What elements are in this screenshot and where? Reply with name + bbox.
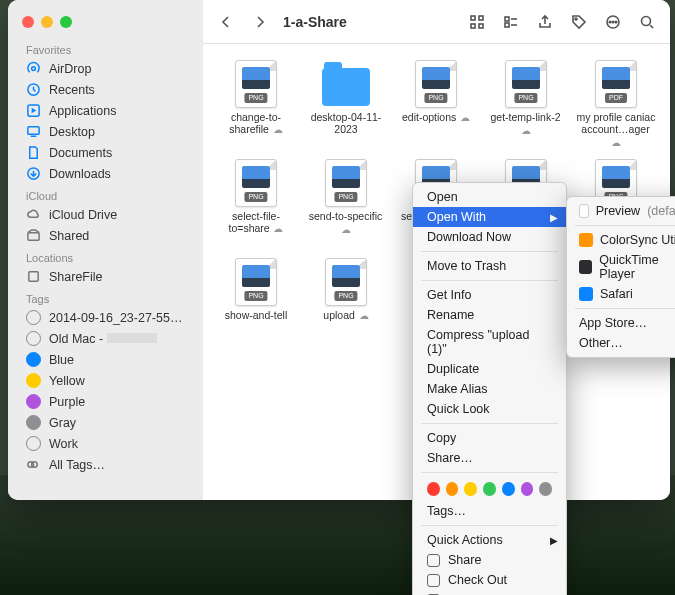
sidebar-item-sharefile[interactable]: ShareFile [8,266,203,287]
file-label: send-to-specific ☁︎ [305,210,387,235]
menu-item[interactable]: Share… [413,448,566,468]
svg-point-22 [615,21,617,23]
svg-point-21 [612,21,614,23]
sidebar-item-downloads[interactable]: Downloads [8,163,203,184]
tag-color-option[interactable] [521,482,534,496]
menu-item[interactable]: Compress "upload (1)" [413,325,566,359]
cloud-icon: ☁︎ [271,223,284,234]
menu-item[interactable]: Make Alias [413,379,566,399]
file-item[interactable]: PNGedit-options ☁︎ [391,60,481,155]
menu-separator [421,251,558,252]
tag-color-option[interactable] [483,482,496,496]
svg-point-18 [575,18,577,20]
file-item[interactable]: PDFmy profile caniac account…ager ☁︎ [571,60,661,155]
menu-separator [421,525,558,526]
submenu-item[interactable]: App Store… [567,313,675,333]
menu-item[interactable]: Check Out [413,570,566,590]
window-title: 1-a-Share [283,14,347,30]
view-grid-button[interactable] [464,9,490,35]
svg-point-9 [32,462,38,468]
file-icon: PNG [235,159,277,207]
tag-color-option[interactable] [427,482,440,496]
sidebar-item-shared[interactable]: Shared [8,225,203,246]
file-item[interactable]: PNGsend-to-specific ☁︎ [301,159,391,254]
menu-item[interactable]: Download Now [413,227,566,247]
tag-label: Blue [49,353,74,367]
tag-item[interactable]: Old Mac - [8,328,203,349]
file-icon: PNG [415,60,457,108]
submenu-item[interactable]: Safari [567,284,675,304]
menu-item[interactable]: Move to Trash [413,256,566,276]
tag-item[interactable]: Blue [8,349,203,370]
sidebar-item-documents[interactable]: Documents [8,142,203,163]
file-item[interactable]: PNGchange-to-sharefile ☁︎ [211,60,301,155]
file-item[interactable]: PNGupload ☁︎ [301,258,391,353]
close-icon[interactable] [22,16,34,28]
menu-item[interactable]: Copy [413,428,566,448]
tag-color-option[interactable] [539,482,552,496]
file-icon: PNG [505,60,547,108]
sidebar-item-icloud-drive[interactable]: iCloud Drive [8,204,203,225]
tag-color-option[interactable] [464,482,477,496]
menu-item[interactable]: Rename [413,305,566,325]
sidebar-item-applications[interactable]: Applications [8,100,203,121]
tag-item[interactable]: Purple [8,391,203,412]
file-label: show-and-tell [225,309,287,321]
menu-item[interactable]: Quick Look [413,399,566,419]
minimize-icon[interactable] [41,16,53,28]
chevron-right-icon: ▶ [550,212,558,223]
menu-item[interactable]: Initiate Approval [413,590,566,595]
menu-separator [575,225,675,226]
tag-item[interactable]: Gray [8,412,203,433]
submenu-item[interactable]: Other… [567,333,675,353]
submenu-item[interactable]: ColorSync Utility [567,230,675,250]
menu-item[interactable]: Get Info [413,285,566,305]
forward-button[interactable] [247,9,273,35]
sidebar-item-label: Documents [49,146,112,160]
tag-item[interactable]: Work [8,433,203,454]
tag-label: Work [49,437,78,451]
share-button[interactable] [532,9,558,35]
quick-action-icon [427,574,440,587]
tag-item[interactable]: All Tags… [8,454,203,475]
sidebar-item-airdrop[interactable]: AirDrop [8,58,203,79]
tag-item[interactable]: 2014-09-16_23-27-55_000.jpeg [8,307,203,328]
tag-color-option[interactable] [502,482,515,496]
tags-button[interactable] [566,9,592,35]
svg-rect-10 [471,16,475,20]
file-icon: PNG [325,159,367,207]
sidebar-item-recents[interactable]: Recents [8,79,203,100]
context-menu: OpenOpen With▶Download NowMove to TrashG… [412,182,567,595]
menu-tag-colors [413,477,566,501]
menu-item[interactable]: Open With▶ [413,207,566,227]
menu-item[interactable]: Share [413,550,566,570]
back-button[interactable] [213,9,239,35]
menu-item[interactable]: Tags… [413,501,566,521]
tag-item[interactable]: Yellow [8,370,203,391]
tag-label: Old Mac - [49,332,157,346]
file-item[interactable]: desktop-04-11-2023 [301,60,391,155]
menu-item-quick-actions[interactable]: Quick Actions▶ [413,530,566,550]
file-label: change-to-sharefile ☁︎ [215,111,297,136]
file-icon: PDF [595,60,637,108]
file-item[interactable]: PNGselect-file-to=share ☁︎ [211,159,301,254]
cloud-icon: ☁︎ [521,125,531,136]
file-item[interactable]: PNGshow-and-tell [211,258,301,353]
tag-color-option[interactable] [446,482,459,496]
svg-line-24 [650,25,653,28]
menu-item[interactable]: Open [413,187,566,207]
cloud-icon: ☁︎ [356,310,369,321]
group-button[interactable] [498,9,524,35]
tag-label: Gray [49,416,76,430]
action-button[interactable] [600,9,626,35]
svg-rect-3 [28,127,39,135]
sidebar-item-desktop[interactable]: Desktop [8,121,203,142]
search-button[interactable] [634,9,660,35]
submenu-item[interactable]: QuickTime Player [567,250,675,284]
file-item[interactable]: PNGget-temp-link-2 ☁︎ [481,60,571,155]
zoom-icon[interactable] [60,16,72,28]
tag-label: Yellow [49,374,85,388]
submenu-item[interactable]: Preview (default) [567,201,675,221]
cloud-icon: ☁︎ [457,112,470,123]
menu-item[interactable]: Duplicate [413,359,566,379]
